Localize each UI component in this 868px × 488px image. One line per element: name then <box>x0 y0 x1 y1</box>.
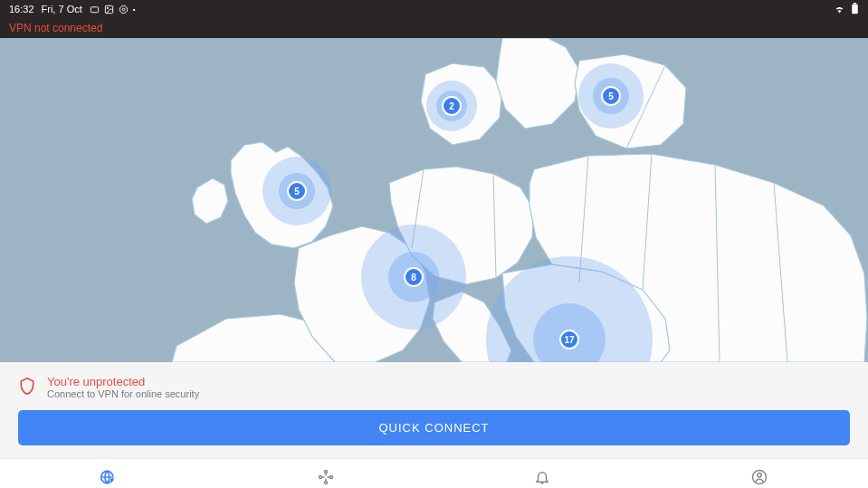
status-bar-left: 16:32 Fri, 7 Oct • <box>9 4 136 14</box>
map-cluster-count: 8 <box>404 267 424 287</box>
nav-home[interactable] <box>0 459 217 488</box>
profile-icon <box>751 469 768 485</box>
status-bar-right <box>834 3 859 16</box>
connection-panel: You're unprotected Connect to VPN for on… <box>0 362 868 458</box>
bell-icon <box>534 469 550 485</box>
quick-connect-button[interactable]: QUICK CONNECT <box>18 410 850 445</box>
svg-point-2 <box>107 7 108 8</box>
status-time: 16:32 <box>9 4 34 14</box>
protection-status-row: You're unprotected Connect to VPN for on… <box>18 375 850 399</box>
nav-meshnet[interactable] <box>217 459 434 488</box>
status-date: Fri, 7 Oct <box>42 4 82 14</box>
wifi-icon <box>834 3 845 16</box>
battery-icon <box>851 3 859 16</box>
mesh-icon <box>318 469 334 485</box>
gear-icon <box>119 4 129 14</box>
svg-point-3 <box>122 8 125 11</box>
protection-subtitle: Connect to VPN for online security <box>47 388 199 399</box>
map-cluster-count: 17 <box>559 330 579 349</box>
svg-point-9 <box>324 470 327 473</box>
svg-point-10 <box>319 475 321 478</box>
svg-rect-6 <box>854 3 856 5</box>
status-bar: 16:32 Fri, 7 Oct • <box>0 0 868 18</box>
globe-shield-icon <box>100 468 118 486</box>
server-map[interactable]: 525817 <box>0 38 868 362</box>
protection-status-text: You're unprotected Connect to VPN for on… <box>47 375 199 399</box>
protection-title: You're unprotected <box>47 375 199 388</box>
nav-notifications[interactable] <box>434 459 652 488</box>
svg-point-12 <box>324 481 327 483</box>
dot-icon: • <box>133 5 136 14</box>
svg-point-11 <box>329 475 332 478</box>
vpn-status-text: VPN not connected <box>9 22 102 34</box>
map-cluster-count: 5 <box>287 181 307 201</box>
svg-rect-5 <box>852 4 858 14</box>
status-notification-icons: • <box>90 4 136 14</box>
svg-rect-0 <box>91 6 99 12</box>
nav-profile[interactable] <box>651 459 868 488</box>
map-cluster-count: 2 <box>442 96 462 116</box>
bottom-nav-bar <box>0 458 868 488</box>
map-cluster-count: 5 <box>601 86 621 106</box>
svg-point-14 <box>758 473 762 477</box>
vpn-status-banner: VPN not connected <box>0 18 868 38</box>
card-icon <box>90 4 100 14</box>
shield-icon <box>18 377 36 398</box>
image-icon <box>104 4 115 14</box>
svg-point-4 <box>120 5 128 13</box>
